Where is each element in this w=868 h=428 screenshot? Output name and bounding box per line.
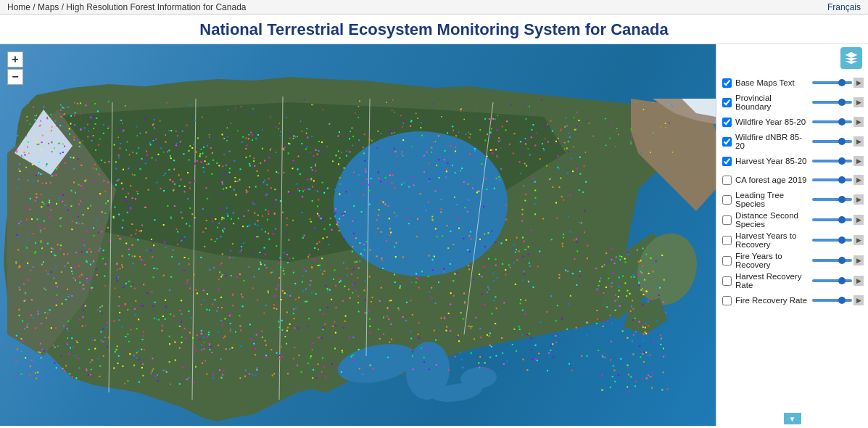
layer-label-base-maps-text: Base Maps Text xyxy=(735,78,809,87)
layer-expand-distance-second-species[interactable]: ▶ xyxy=(853,215,864,225)
language-link[interactable]: Français xyxy=(827,2,861,12)
layer-item-provincial-boundary: Provincial Boundary▶ xyxy=(716,92,868,112)
layer-label-wildfire-year-85-20: Wildfire Year 85-20 xyxy=(735,118,809,126)
layer-item-leading-tree-species: Leading Tree Species▶ xyxy=(716,189,868,210)
layer-opacity-base-maps-text[interactable] xyxy=(812,81,852,84)
layer-expand-leading-tree-species[interactable]: ▶ xyxy=(853,194,864,205)
layer-opacity-provincial-boundary[interactable] xyxy=(812,101,852,104)
layer-checkbox-leading-tree-species[interactable] xyxy=(722,195,732,205)
layer-checkbox-fire-years-to-recovery[interactable] xyxy=(722,256,732,266)
layer-expand-fire-recovery-rate[interactable]: ▶ xyxy=(853,295,864,305)
layer-label-distance-second-species: Distance Second Species xyxy=(735,211,809,229)
layer-expand-wildfire-year-85-20[interactable]: ▶ xyxy=(853,117,864,127)
layer-item-base-maps-text: Base Maps Text▶ xyxy=(716,73,868,92)
page-title: National Terrestrial Ecosystem Monitorin… xyxy=(199,20,668,38)
layer-opacity-harvest-years-to-recovery[interactable] xyxy=(812,239,852,242)
layers-toggle-button[interactable] xyxy=(840,47,862,69)
layer-item-distance-second-species: Distance Second Species▶ xyxy=(716,210,868,230)
layer-item-fire-recovery-rate: Fire Recovery Rate▶ xyxy=(716,291,868,310)
layer-item-fire-years-to-recovery: Fire Years to Recovery▶ xyxy=(716,250,868,271)
layer-checkbox-ca-forest-age-2019[interactable] xyxy=(722,176,732,185)
layer-expand-provincial-boundary[interactable]: ▶ xyxy=(853,97,864,107)
layers-list: Base Maps Text▶Provincial Boundary▶Wildf… xyxy=(716,73,868,310)
layer-opacity-wildfire-year-85-20[interactable] xyxy=(812,120,852,123)
zoom-out-button[interactable]: − xyxy=(7,69,23,85)
layer-checkbox-distance-second-species[interactable] xyxy=(722,215,732,225)
layer-expand-wildfire-dnbr-85-20[interactable]: ▶ xyxy=(853,136,864,147)
layer-expand-harvest-recovery-rate[interactable]: ▶ xyxy=(853,276,864,286)
layer-opacity-wildfire-dnbr-85-20[interactable] xyxy=(812,140,852,143)
layer-label-harvest-recovery-rate: Harvest Recovery Rate xyxy=(735,272,809,289)
layer-label-harvest-years-to-recovery: Harvest Years to Recovery xyxy=(735,231,809,249)
layer-opacity-fire-years-to-recovery[interactable] xyxy=(812,259,852,262)
layer-item-harvest-recovery-rate: Harvest Recovery Rate▶ xyxy=(716,271,868,291)
layer-label-fire-years-to-recovery: Fire Years to Recovery xyxy=(735,252,809,269)
breadcrumb: Home / Maps / High Resolution Forest Inf… xyxy=(7,2,246,12)
layer-expand-harvest-years-to-recovery[interactable]: ▶ xyxy=(853,235,864,245)
layer-expand-base-maps-text[interactable]: ▶ xyxy=(853,78,864,88)
layer-checkbox-harvest-recovery-rate[interactable] xyxy=(722,276,732,286)
layer-checkbox-harvest-year-85-20[interactable] xyxy=(722,157,732,166)
layer-checkbox-wildfire-dnbr-85-20[interactable] xyxy=(722,137,732,147)
layer-item-wildfire-dnbr-85-20: Wildfire dNBR 85-20▶ xyxy=(716,131,868,152)
zoom-in-button[interactable]: + xyxy=(7,52,23,67)
layer-label-ca-forest-age-2019: CA forest age 2019 xyxy=(735,176,809,184)
layer-checkbox-base-maps-text[interactable] xyxy=(722,78,732,88)
layer-item-harvest-years-to-recovery: Harvest Years to Recovery▶ xyxy=(716,230,868,250)
layer-item-ca-forest-age-2019: CA forest age 2019▶ xyxy=(716,170,868,189)
layer-expand-harvest-year-85-20[interactable]: ▶ xyxy=(853,156,864,166)
layer-opacity-leading-tree-species[interactable] xyxy=(812,198,852,201)
map-controls: + − xyxy=(7,52,23,85)
layer-opacity-ca-forest-age-2019[interactable] xyxy=(812,178,852,181)
layer-opacity-harvest-year-85-20[interactable] xyxy=(812,160,852,162)
layer-checkbox-wildfire-year-85-20[interactable] xyxy=(722,118,732,127)
layer-label-leading-tree-species: Leading Tree Species xyxy=(735,191,809,208)
scroll-down-button[interactable]: ▼ xyxy=(784,413,801,424)
layer-label-wildfire-dnbr-85-20: Wildfire dNBR 85-20 xyxy=(735,133,809,150)
layer-expand-ca-forest-age-2019[interactable]: ▶ xyxy=(853,175,864,185)
layer-item-wildfire-year-85-20: Wildfire Year 85-20▶ xyxy=(716,112,868,131)
layers-panel: Base Maps Text▶Provincial Boundary▶Wildf… xyxy=(716,44,868,426)
layer-label-provincial-boundary: Provincial Boundary xyxy=(735,94,809,111)
layer-label-harvest-year-85-20: Harvest Year 85-20 xyxy=(735,157,809,165)
map-area[interactable]: + − xyxy=(0,44,716,426)
layer-opacity-distance-second-species[interactable] xyxy=(812,218,852,221)
layer-opacity-harvest-recovery-rate[interactable] xyxy=(812,279,852,282)
layer-label-fire-recovery-rate: Fire Recovery Rate xyxy=(735,296,809,305)
layer-item-harvest-year-85-20: Harvest Year 85-20▶ xyxy=(716,152,868,170)
layer-checkbox-provincial-boundary[interactable] xyxy=(722,98,732,107)
layer-expand-fire-years-to-recovery[interactable]: ▶ xyxy=(853,255,864,266)
layer-opacity-fire-recovery-rate[interactable] xyxy=(812,299,852,302)
layer-checkbox-fire-recovery-rate[interactable] xyxy=(722,296,732,305)
layer-checkbox-harvest-years-to-recovery[interactable] xyxy=(722,236,732,245)
